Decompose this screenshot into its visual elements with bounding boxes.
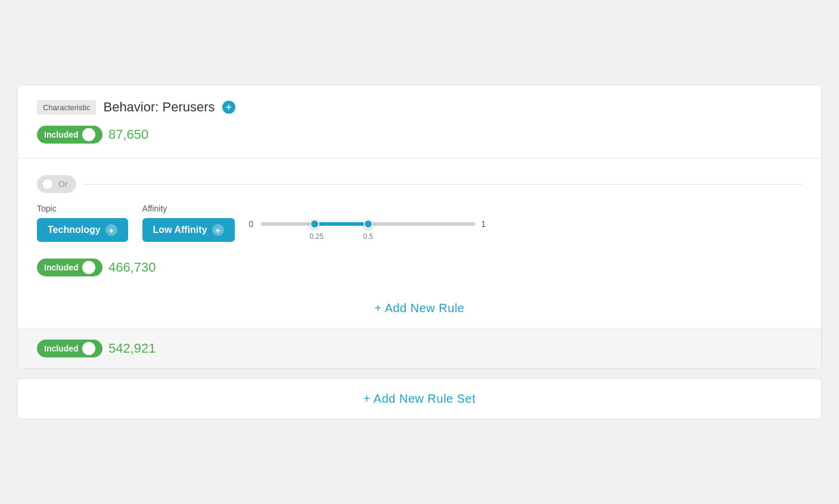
included-bottom: Included 542,921	[18, 328, 821, 368]
slider-thumb-high[interactable]	[363, 219, 373, 229]
included-toggle-bottom[interactable]: Included	[37, 340, 102, 357]
slider-min-label: 0	[249, 219, 255, 229]
included-toggle-1[interactable]: Included	[37, 126, 102, 144]
or-toggle[interactable]: Or	[37, 175, 76, 193]
toggle-circle-bottom	[82, 342, 95, 355]
topic-btn-label: Technology	[48, 225, 101, 235]
included-label-2: Included	[44, 263, 79, 272]
count-2: 466,730	[108, 260, 156, 275]
topic-plus-icon: +	[105, 224, 117, 236]
add-rule-section: + Add New Rule	[18, 288, 821, 328]
or-divider: Or	[37, 175, 802, 193]
affinity-plus-icon: +	[212, 224, 224, 236]
affinity-btn-label: Low Affinity	[153, 225, 207, 235]
rule-block-1: Characteristic Behavior: Perusers + Incl…	[18, 85, 821, 158]
included-label-1: Included	[44, 130, 79, 139]
or-label: Or	[58, 179, 68, 189]
add-new-rule-button[interactable]: + Add New Rule	[375, 301, 465, 315]
filters-row: Topic Technology + Affinity Low Affinity…	[37, 204, 802, 242]
count-1: 87,650	[108, 127, 148, 142]
included-row-1: Included 87,650	[37, 126, 802, 144]
slider-track	[261, 222, 476, 226]
slider-tick-1: 0.25	[310, 232, 324, 241]
or-line	[82, 184, 802, 185]
add-new-rule-set-button[interactable]: + Add New Rule Set	[363, 392, 476, 406]
count-bottom: 542,921	[108, 341, 156, 356]
add-rule-set-card: + Add New Rule Set	[17, 378, 822, 419]
topic-button[interactable]: Technology +	[37, 218, 128, 242]
slider-max-label: 1	[481, 219, 487, 229]
topic-filter-group: Topic Technology +	[37, 204, 128, 242]
included-toggle-2[interactable]: Included	[37, 259, 102, 276]
slider-fill	[315, 222, 368, 226]
slider-tick-2: 0.5	[363, 232, 374, 241]
included-row-2: Included 466,730	[37, 259, 802, 276]
or-divider-block: Or Topic Technology + Affinity Low Affin…	[18, 158, 821, 276]
affinity-filter-group: Affinity Low Affinity +	[142, 204, 235, 242]
or-toggle-circle	[42, 178, 54, 190]
slider-thumb-low[interactable]	[310, 219, 319, 229]
affinity-label: Affinity	[142, 204, 235, 213]
rule-set-card: Characteristic Behavior: Perusers + Incl…	[17, 85, 822, 369]
page-wrapper: Characteristic Behavior: Perusers + Incl…	[17, 85, 822, 419]
rule-title-1: Behavior: Perusers	[103, 99, 215, 115]
affinity-button[interactable]: Low Affinity +	[142, 218, 235, 242]
toggle-circle-2	[82, 261, 95, 274]
slider-track-wrapper: 0 1	[249, 219, 487, 229]
characteristic-badge: Characteristic	[37, 100, 96, 115]
affinity-slider-container: 0 1 0.25 0.5	[249, 204, 487, 232]
topic-label: Topic	[37, 204, 128, 213]
add-characteristic-icon[interactable]: +	[222, 101, 235, 114]
rule-header-1: Characteristic Behavior: Perusers +	[37, 99, 802, 115]
toggle-circle-1	[82, 128, 95, 141]
included-label-bottom: Included	[44, 344, 79, 353]
